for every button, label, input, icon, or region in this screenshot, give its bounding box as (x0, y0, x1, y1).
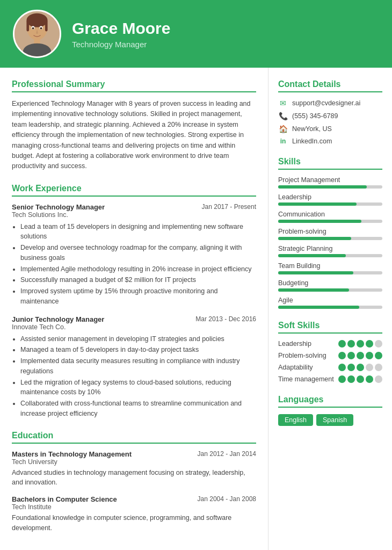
dots-row (338, 340, 382, 348)
lang-tags-container: EnglishSpanish (278, 414, 382, 426)
avatar (13, 10, 61, 58)
summary-title: Professional Summary (12, 79, 256, 92)
soft-skill-label: Problem-solving (278, 352, 326, 359)
dots-row (338, 364, 382, 371)
summary-section: Professional Summary Experienced Technol… (12, 79, 256, 172)
edu-school: Tech University (12, 458, 256, 466)
languages-title: Languages (278, 395, 382, 408)
contact-title: Contact Details (278, 79, 382, 92)
dot-filled (347, 352, 355, 359)
skill-bar-fill (278, 306, 359, 309)
dot-filled (366, 375, 373, 383)
dot-filled (347, 364, 355, 371)
soft-skill-item: Problem-solving (278, 352, 382, 359)
edu-degree: Bachelors in Computer Science (12, 495, 117, 503)
skill-bar-fill (278, 237, 351, 240)
skill-bar-bg (278, 220, 382, 223)
skill-item: Agile (278, 296, 382, 309)
job-item: Senior Technology Manager Jan 2017 - Pre… (12, 203, 256, 307)
skill-item: Team Building (278, 262, 382, 274)
skill-label: Leadership (278, 193, 382, 201)
dot-filled (338, 352, 346, 359)
skill-bar-fill (278, 254, 346, 257)
job-title: Junior Technology Manager (12, 315, 104, 323)
skill-label: Budgeting (278, 279, 382, 287)
skill-item: Budgeting (278, 279, 382, 292)
skills-section: Skills Project Management Leadership Com… (278, 157, 382, 309)
dot-empty (375, 340, 382, 348)
edu-school: Tech Institute (12, 503, 256, 511)
contact-section: Contact Details ✉ support@cvdesigner.ai … (278, 79, 382, 145)
list-item: Lead a team of 15 developers in designin… (20, 222, 256, 242)
svg-rect-5 (34, 38, 40, 44)
work-experience-title: Work Experience (12, 184, 256, 197)
soft-skill-label: Leadership (278, 340, 311, 348)
dot-filled (357, 340, 364, 348)
list-item: Managed a team of 5 developers in day-to… (20, 345, 256, 355)
job-company: Tech Solutions Inc. (12, 211, 256, 219)
work-experience-section: Work Experience Senior Technology Manage… (12, 184, 256, 419)
job-date: Mar 2013 - Dec 2016 (195, 315, 256, 323)
job-bullets: Assisted senior management in developing… (12, 334, 256, 419)
phone-icon: 📞 (278, 112, 288, 120)
svg-point-2 (26, 13, 47, 27)
summary-text: Experienced Technology Manager with 8 ye… (12, 99, 256, 172)
skill-label: Agile (278, 296, 382, 304)
skill-label: Problem-solving (278, 228, 382, 235)
dot-filled (366, 340, 373, 348)
svg-point-10 (40, 27, 42, 30)
dots-row (338, 375, 382, 383)
skill-bar-fill (278, 288, 349, 292)
linkedin-icon: in (278, 138, 288, 145)
contact-location: 🏠 NewYork, US (278, 125, 382, 133)
email-icon: ✉ (278, 99, 288, 107)
soft-skill-item: Time management (278, 375, 382, 383)
job-date: Jan 2017 - Present (202, 203, 256, 211)
skill-item: Strategic Planning (278, 245, 382, 257)
skill-bar-bg (278, 306, 382, 309)
dot-filled (357, 375, 364, 383)
skill-label: Strategic Planning (278, 245, 382, 252)
skill-bar-bg (278, 254, 382, 257)
soft-skill-item: Leadership (278, 340, 382, 348)
edu-container: Masters in Technology Management Jan 201… (12, 450, 256, 533)
language-tag: English (278, 414, 313, 426)
dot-filled (366, 352, 373, 359)
skill-bar-bg (278, 288, 382, 292)
skill-bar-bg (278, 237, 382, 240)
skill-bar-fill (278, 202, 357, 206)
skill-bar-bg (278, 185, 382, 189)
candidate-title: Technology Manager (72, 40, 170, 49)
candidate-name: Grace Moore (72, 19, 170, 38)
education-item: Bachelors in Computer Science Jan 2004 -… (12, 495, 256, 533)
soft-skill-label: Time management (278, 375, 334, 383)
dots-row (338, 352, 382, 359)
jobs-container: Senior Technology Manager Jan 2017 - Pre… (12, 203, 256, 419)
languages-section: Languages EnglishSpanish (278, 395, 382, 426)
list-item: Improved system uptime by 15% through pr… (20, 286, 256, 307)
list-item: Led the migration of legacy systems to c… (20, 378, 256, 398)
edu-desc: Advanced studies in technology managemen… (12, 468, 256, 488)
education-item: Masters in Technology Management Jan 201… (12, 450, 256, 488)
soft-skills-container: Leadership Problem-solving Adaptability … (278, 340, 382, 383)
education-title: Education (12, 431, 256, 444)
skills-container: Project Management Leadership Communicat… (278, 176, 382, 309)
dot-empty (375, 364, 382, 371)
svg-rect-3 (26, 20, 29, 32)
skill-label: Team Building (278, 262, 382, 270)
dot-filled (347, 340, 355, 348)
soft-skills-section: Soft Skills Leadership Problem-solving A… (278, 321, 382, 383)
skill-bar-bg (278, 202, 382, 206)
dot-filled (338, 364, 346, 371)
location-icon: 🏠 (278, 125, 288, 133)
skill-bar-fill (278, 220, 361, 223)
soft-skill-label: Adaptability (278, 364, 313, 371)
dot-filled (347, 375, 355, 383)
skill-bar-fill (278, 185, 367, 189)
list-item: Collaborated with cross-functional teams… (20, 399, 256, 419)
svg-point-9 (32, 27, 34, 30)
dot-filled (357, 352, 364, 359)
list-item: Implemented data security measures resul… (20, 356, 256, 377)
header-info: Grace Moore Technology Manager (72, 19, 170, 49)
edu-date: Jan 2012 - Jan 2014 (198, 450, 256, 458)
